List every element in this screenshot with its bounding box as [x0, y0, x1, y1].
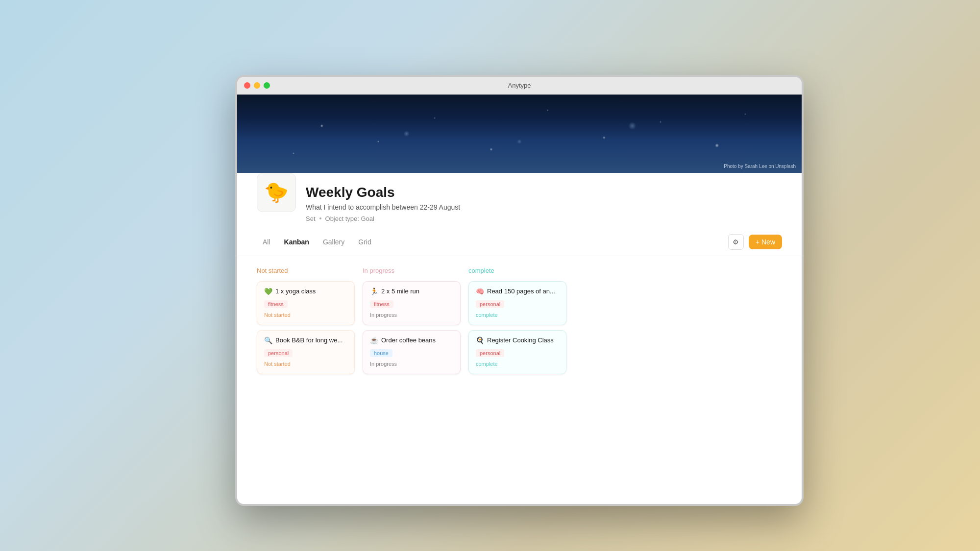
toolbar-right: ⚙ + New: [728, 234, 782, 250]
card-cooking-status: complete: [476, 361, 498, 367]
tab-grid[interactable]: Grid: [352, 236, 377, 248]
column-complete: complete 🧠 Read 150 pages of an... perso…: [468, 266, 566, 379]
card-run-tag: fitness: [370, 300, 393, 308]
column-header-in-progress: In progress: [363, 266, 461, 275]
card-bnb-status: Not started: [264, 361, 291, 367]
card-bnb-emoji: 🔍: [264, 336, 272, 344]
kanban-board: Not started 💚 1 x yoga class fitness Not…: [237, 256, 802, 389]
card-run-emoji: 🏃: [370, 287, 378, 295]
card-coffee-emoji: ☕: [370, 336, 378, 344]
card-coffee-title: ☕ Order coffee beans: [370, 336, 453, 344]
view-tabs: All Kanban Gallery Grid: [257, 236, 377, 248]
page-meta: Set Object type: Goal: [306, 215, 460, 222]
close-button[interactable]: [244, 82, 250, 89]
page-title-section: Weekly Goals What I intend to accomplish…: [306, 183, 460, 222]
minimize-button[interactable]: [254, 82, 260, 89]
card-read-tag: personal: [476, 300, 504, 308]
card-cooking-title: 🍳 Register Cooking Class: [476, 336, 559, 344]
card-read-emoji: 🧠: [476, 287, 484, 295]
toolbar: All Kanban Gallery Grid ⚙ + New: [237, 230, 802, 256]
column-not-started: Not started 💚 1 x yoga class fitness Not…: [257, 266, 355, 379]
card-read[interactable]: 🧠 Read 150 pages of an... personal compl…: [468, 281, 566, 325]
column-header-complete: complete: [468, 266, 566, 275]
traffic-lights: [244, 82, 270, 89]
page-header: 🐤 Weekly Goals What I intend to accompli…: [237, 173, 802, 230]
filter-button[interactable]: ⚙: [728, 234, 744, 250]
window-title: Anytype: [508, 82, 531, 89]
card-yoga-status: Not started: [264, 312, 291, 318]
card-yoga-title: 💚 1 x yoga class: [264, 287, 347, 295]
card-cooking-tag: personal: [476, 349, 504, 357]
tab-all[interactable]: All: [257, 236, 276, 248]
app-window: Anytype Photo by Sarah Lee on Unsplash 🐤…: [237, 77, 802, 504]
card-run-title: 🏃 2 x 5 mile run: [370, 287, 453, 295]
tab-gallery[interactable]: Gallery: [317, 236, 350, 248]
new-button[interactable]: + New: [749, 235, 782, 249]
meta-dot: [319, 217, 321, 219]
card-yoga[interactable]: 💚 1 x yoga class fitness Not started: [257, 281, 355, 325]
meta-set: Set: [306, 215, 316, 222]
hero-bubbles: [237, 95, 802, 173]
column-header-not-started: Not started: [257, 266, 355, 275]
card-coffee-status: In progress: [370, 361, 397, 367]
page-icon: 🐤: [257, 173, 296, 212]
card-read-status: complete: [476, 312, 498, 318]
screen-bezel: Anytype Photo by Sarah Lee on Unsplash 🐤…: [235, 75, 804, 506]
card-coffee[interactable]: ☕ Order coffee beans house In progress: [363, 330, 461, 374]
photo-credit: Photo by Sarah Lee on Unsplash: [724, 164, 796, 169]
column-in-progress: In progress 🏃 2 x 5 mile run fitness In …: [363, 266, 461, 379]
card-yoga-tag: fitness: [264, 300, 288, 308]
card-bnb-tag: personal: [264, 349, 293, 357]
card-bnb-title: 🔍 Book B&B for long we...: [264, 336, 347, 344]
card-yoga-emoji: 💚: [264, 287, 272, 295]
meta-type: Object type: Goal: [325, 215, 374, 222]
tab-kanban[interactable]: Kanban: [278, 236, 315, 248]
card-run[interactable]: 🏃 2 x 5 mile run fitness In progress: [363, 281, 461, 325]
page-title: Weekly Goals: [306, 185, 460, 200]
card-read-title: 🧠 Read 150 pages of an...: [476, 287, 559, 295]
maximize-button[interactable]: [264, 82, 270, 89]
card-cooking-emoji: 🍳: [476, 336, 484, 344]
filter-icon: ⚙: [733, 238, 739, 246]
card-bnb[interactable]: 🔍 Book B&B for long we... personal Not s…: [257, 330, 355, 374]
content-area: Photo by Sarah Lee on Unsplash 🐤 Weekly …: [237, 95, 802, 504]
hero-banner: Photo by Sarah Lee on Unsplash: [237, 95, 802, 173]
card-cooking[interactable]: 🍳 Register Cooking Class personal comple…: [468, 330, 566, 374]
title-bar: Anytype: [237, 77, 802, 95]
page-subtitle: What I intend to accomplish between 22-2…: [306, 203, 460, 211]
card-coffee-tag: house: [370, 349, 392, 357]
card-run-status: In progress: [370, 312, 397, 318]
